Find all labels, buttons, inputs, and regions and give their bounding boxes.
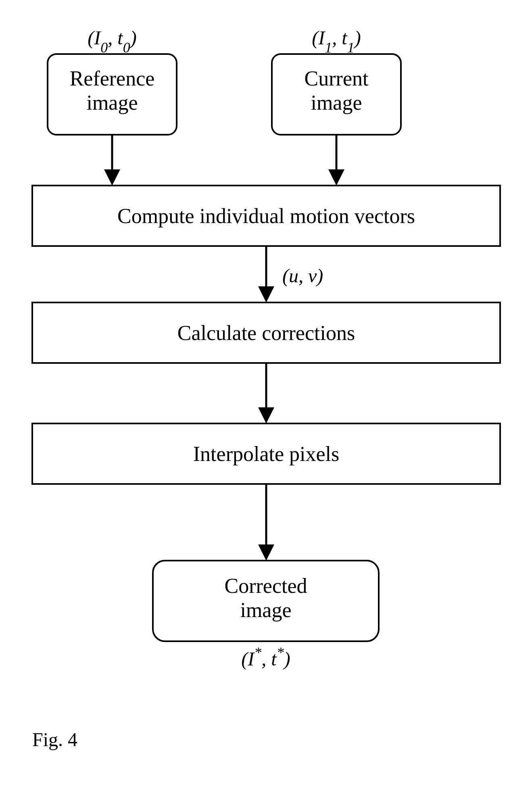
reference-image-label-line1: Reference [70, 67, 155, 90]
corrected-image-label-line2: image [240, 599, 291, 621]
corrected-image-label-line1: Corrected [224, 574, 307, 597]
figure-caption: Fig. 4 [32, 729, 77, 750]
reference-image-param: (I0, t0) [88, 27, 136, 56]
motion-vectors-param: (u, v) [282, 265, 323, 287]
corrected-image-param: (I*, t*) [241, 644, 290, 670]
reference-image-label-line2: image [86, 91, 138, 114]
current-image-label-line2: image [311, 91, 362, 114]
interpolate-pixels-label: Interpolate pixels [193, 442, 339, 465]
svg-marker-9 [258, 544, 274, 561]
svg-marker-3 [328, 169, 344, 186]
compute-motion-label: Compute individual motion vectors [117, 204, 415, 227]
svg-marker-5 [258, 286, 274, 302]
current-image-param: (I1, t1) [312, 27, 361, 56]
current-image-label-line1: Current [305, 67, 369, 90]
calculate-corrections-label: Calculate corrections [177, 321, 355, 344]
svg-marker-7 [258, 407, 274, 423]
flowchart-diagram: Reference image (I0, t0) Current image (… [0, 0, 532, 805]
svg-marker-1 [104, 169, 120, 186]
